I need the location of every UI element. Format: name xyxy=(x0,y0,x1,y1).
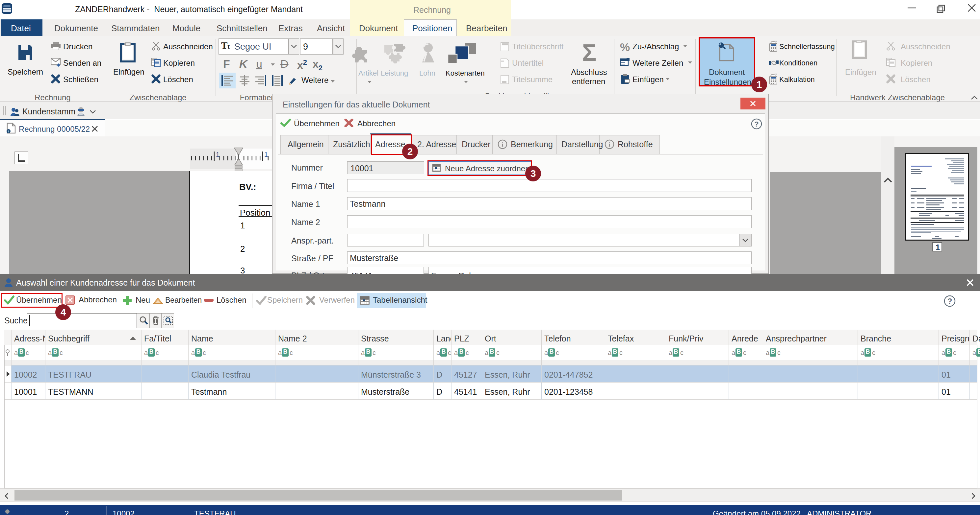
svg-text:i: i xyxy=(608,141,610,148)
svg-text:i: i xyxy=(501,141,503,148)
svg-text:?: ? xyxy=(947,297,952,306)
svg-text:1: 1 xyxy=(264,151,268,158)
svg-text:?: ? xyxy=(754,120,759,128)
svg-text:i: i xyxy=(8,129,9,133)
svg-text:1: 1 xyxy=(216,151,220,158)
